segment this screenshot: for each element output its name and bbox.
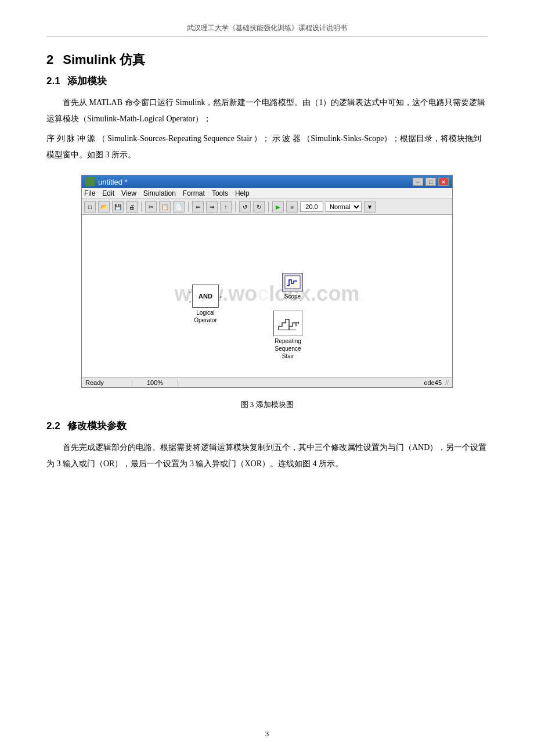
minimize-button[interactable]: ─ <box>413 178 423 186</box>
and-block-body: › › AND › <box>192 285 219 308</box>
toolbar-sep1 <box>141 201 142 212</box>
section22-title-text: 修改模块参数 <box>67 419 127 433</box>
and-label: AND <box>199 293 212 300</box>
sim-statusbar: Ready 100% ode45 // <box>82 377 452 387</box>
scope-block-label: Scope <box>284 293 301 300</box>
page: 武汉理工大学《基础技能强化训练》课程设计说明书 2 Simulink 仿真 2.… <box>0 0 534 756</box>
rss-block-body <box>273 311 302 336</box>
toolbar-sep2 <box>188 201 189 212</box>
header-divider <box>46 37 488 37</box>
menu-file[interactable]: File <box>84 189 95 197</box>
menu-view[interactable]: View <box>121 189 136 197</box>
maximize-button[interactable]: □ <box>425 178 436 186</box>
rss-label-3: Stair <box>275 352 301 360</box>
sim-canvas: www.woclocx.com › › AND › Logical Operat… <box>82 215 452 377</box>
and-block-label: Logical Operator <box>194 309 217 324</box>
undo-button[interactable]: ⇐ <box>192 201 204 213</box>
port-in2: › <box>189 299 191 304</box>
section22-title: 2.2 修改模块参数 <box>46 419 488 433</box>
page-header: 武汉理工大学《基础技能强化训练》课程设计说明书 <box>46 23 488 33</box>
redo2-button[interactable]: ↻ <box>253 201 265 213</box>
section2-num: 2 <box>46 52 53 67</box>
page-num-text: 3 <box>265 729 269 738</box>
port-out1: › <box>220 294 222 300</box>
dropdown-button[interactable]: ▼ <box>364 201 376 213</box>
paste-button[interactable]: 📄 <box>173 201 185 213</box>
status-percent: 100% <box>132 379 178 386</box>
stair-waveform-icon <box>277 314 299 333</box>
sim-titlebar-controls: ─ □ ✕ <box>413 178 449 186</box>
menu-tools[interactable]: Tools <box>212 189 228 197</box>
cut-button[interactable]: ✂ <box>145 201 157 213</box>
port-in1: › <box>189 290 191 295</box>
sim-window-title: untitled * <box>98 178 128 186</box>
scope-icon <box>284 275 301 289</box>
fig-caption-text: 图 3 添加模块图 <box>241 400 294 409</box>
logical-operator-block[interactable]: › › AND › Logical Operator <box>192 285 219 324</box>
save-button[interactable]: 💾 <box>112 201 124 213</box>
logical-label-2: Operator <box>194 316 217 324</box>
paragraph-3: 首先完成逻辑部分的电路。根据需要将逻辑运算模块复制到五个，其中三个修改属性设置为… <box>46 440 488 472</box>
section21-title-text: 添加模块 <box>67 74 107 88</box>
open-button[interactable]: 📂 <box>98 201 110 213</box>
simulink-logo-icon <box>85 177 95 186</box>
toolbar-sep3 <box>235 201 236 212</box>
simulink-window: untitled * ─ □ ✕ File Edit View Simulati… <box>81 175 453 388</box>
copy-button[interactable]: 📋 <box>159 201 171 213</box>
menu-format[interactable]: Format <box>183 189 205 197</box>
mode-select[interactable]: Normal <box>326 201 362 212</box>
header-text: 武汉理工大学《基础技能强化训练》课程设计说明书 <box>187 24 347 32</box>
scope-label-text: Scope <box>284 293 301 300</box>
logical-label-1: Logical <box>194 309 217 316</box>
sim-toolbar: □ 📂 💾 🖨 ✂ 📋 📄 ⇐ ⇒ ↑ ↺ ↻ ▶ ■ Normal ▼ <box>82 199 452 215</box>
scope-block[interactable]: Scope <box>282 273 303 300</box>
menu-simulation[interactable]: Simulation <box>143 189 176 197</box>
redo-button[interactable]: ⇒ <box>206 201 218 213</box>
resize-handle-icon: // <box>442 379 449 386</box>
rss-label-2: Sequence <box>275 345 301 352</box>
paragraph-2: 序 列 脉 冲 源 （ Simulink-Sources-Repeating S… <box>46 131 488 163</box>
section21-num: 2.1 <box>46 75 60 87</box>
up-button[interactable]: ↑ <box>220 201 232 213</box>
section22-num: 2.2 <box>46 420 60 432</box>
zoom-input[interactable] <box>300 201 323 212</box>
menu-edit[interactable]: Edit <box>102 189 114 197</box>
page-number: 3 <box>265 729 269 739</box>
rss-label-1: Repeating <box>275 337 301 345</box>
sim-titlebar-left: untitled * <box>85 177 128 186</box>
scope-block-body <box>282 273 303 291</box>
status-ready: Ready <box>85 379 132 386</box>
menu-help[interactable]: Help <box>235 189 250 197</box>
print-button[interactable]: 🖨 <box>126 201 138 213</box>
status-solver: ode45 <box>395 379 442 386</box>
undo2-button[interactable]: ↺ <box>239 201 251 213</box>
sim-menubar: File Edit View Simulation Format Tools H… <box>82 188 452 199</box>
paragraph-1: 首先从 MATLAB 命令窗口运行 Simulink，然后新建一个电路模型。由（… <box>46 95 488 127</box>
close-button[interactable]: ✕ <box>438 178 449 186</box>
toolbar-sep4 <box>268 201 269 212</box>
svg-rect-0 <box>285 276 300 289</box>
section2-title: 2 Simulink 仿真 <box>46 51 488 69</box>
fig-caption: 图 3 添加模块图 <box>46 399 488 410</box>
section2-title-text: Simulink 仿真 <box>63 51 145 69</box>
play-button[interactable]: ▶ <box>272 201 284 213</box>
rss-block-label: Repeating Sequence Stair <box>275 337 301 360</box>
sim-titlebar: untitled * ─ □ ✕ <box>82 175 452 188</box>
new-button[interactable]: □ <box>84 201 96 213</box>
stop-button[interactable]: ■ <box>286 201 298 213</box>
svg-marker-4 <box>298 322 299 324</box>
repeating-sequence-stair-block[interactable]: Repeating Sequence Stair <box>273 311 302 360</box>
section21-title: 2.1 添加模块 <box>46 74 488 88</box>
